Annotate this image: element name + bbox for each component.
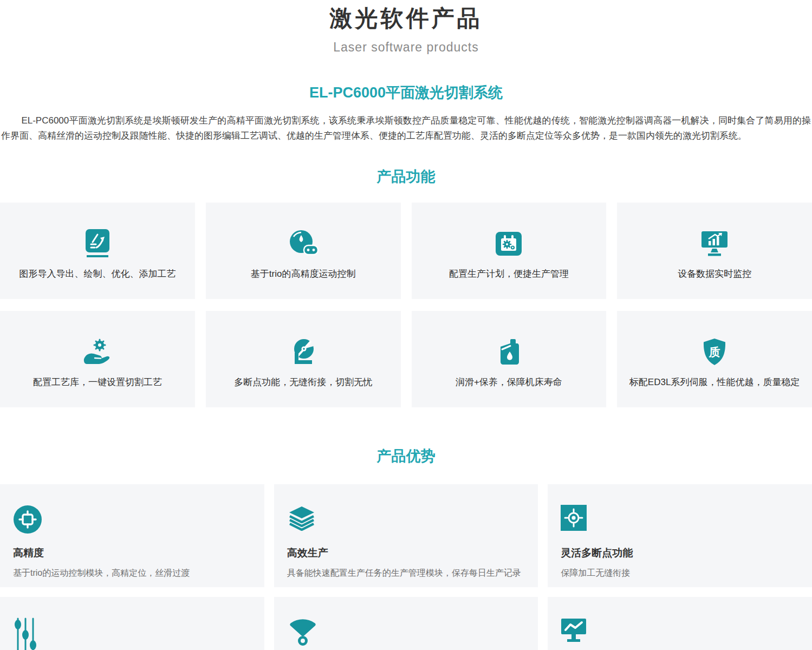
- feature-card-lubrication: 润滑+保养，保障机床寿命: [412, 311, 607, 407]
- advantage-card-production: 高效生产 具备能快速配置生产任务的生产管理模块，保存每日生产记录: [274, 484, 538, 587]
- advantage-card-breakpoint: 灵活多断点功能 保障加工无缝衔接: [548, 484, 812, 587]
- gauge-gamepad-icon: [288, 227, 319, 260]
- advantage-card-precision: 高精度 基于trio的运动控制模块，高精定位，丝滑过渡: [0, 484, 264, 587]
- advantage-title: 高效生产: [287, 546, 525, 560]
- feature-card-process-library: 配置工艺库，一键设置切割工艺: [0, 311, 195, 407]
- advantage-card-partial-3: [548, 597, 812, 650]
- layers-icon: [287, 505, 525, 536]
- page-title: 激光软件产品: [0, 3, 812, 34]
- monitor-bars-icon: [700, 227, 729, 260]
- feature-card-graphics: 图形导入导出、绘制、优化、添加工艺: [0, 203, 195, 299]
- features-heading: 产品功能: [0, 167, 812, 186]
- advantage-card-partial-2: [274, 597, 538, 650]
- feature-label: 配置生产计划，便捷生产管理: [449, 268, 569, 280]
- target-icon: [561, 505, 799, 536]
- quality-shield-icon: 质: [701, 336, 727, 368]
- draw-edit-icon: [85, 227, 111, 260]
- breakpoint-blade-icon: [289, 336, 317, 368]
- feature-card-motion-control: 基于trio的高精度运动控制: [206, 203, 401, 299]
- advantage-description: 保障加工无缝衔接: [561, 568, 799, 579]
- sliders-icon: [13, 618, 251, 649]
- monitor-line-icon: [561, 618, 799, 649]
- advantage-title: 灵活多断点功能: [561, 546, 799, 560]
- feature-label: 配置工艺库，一键设置切割工艺: [33, 376, 162, 388]
- feature-card-servo-quality: 质 标配ED3L系列伺服，性能优越，质量稳定: [617, 311, 812, 407]
- advantage-card-partial-1: [0, 597, 264, 650]
- feature-label: 标配ED3L系列伺服，性能优越，质量稳定: [629, 376, 800, 388]
- advantages-heading: 产品优势: [0, 446, 812, 466]
- advantages-grid: 高精度 基于trio的运动控制模块，高精定位，丝滑过渡 高效生产 具备能快速配置…: [0, 484, 812, 650]
- advantage-title: 高精度: [13, 546, 251, 560]
- calendar-gear-icon: [496, 227, 522, 260]
- feature-label: 基于trio的高精度运动控制: [251, 268, 356, 280]
- feature-card-breakpoint: 多断点功能，无缝衔接，切割无忧: [206, 311, 401, 407]
- laser-software-page: 激光软件产品 Laser software products EL-PC6000…: [0, 0, 812, 650]
- feature-card-production-plan: 配置生产计划，便捷生产管理: [412, 203, 607, 299]
- product-name: EL-PC6000平面激光切割系统: [0, 83, 812, 102]
- feature-label: 润滑+保养，保障机床寿命: [456, 376, 562, 388]
- shield-glyph: 质: [709, 346, 720, 358]
- product-description: EL-PC6000平面激光切割系统是埃斯顿研发生产的高精平面激光切割系统，该系统…: [0, 113, 812, 143]
- fan-sensor-icon: [287, 618, 525, 649]
- advantage-description: 基于trio的运动控制模块，高精定位，丝滑过渡: [13, 568, 251, 579]
- feature-label: 图形导入导出、绘制、优化、添加工艺: [19, 268, 176, 280]
- feature-card-data-monitor: 设备数据实时监控: [617, 203, 812, 299]
- feature-label: 设备数据实时监控: [678, 268, 751, 280]
- hand-gear-icon: [83, 336, 112, 368]
- page-subtitle: Laser software products: [0, 40, 812, 55]
- advantage-description: 具备能快速配置生产任务的生产管理模块，保存每日生产记录: [287, 568, 525, 579]
- features-grid: 图形导入导出、绘制、优化、添加工艺 基于trio的高精度运动控制: [0, 203, 812, 407]
- oil-can-icon: [496, 336, 521, 368]
- precision-frame-icon: [13, 505, 251, 536]
- feature-label: 多断点功能，无缝衔接，切割无忧: [234, 376, 372, 388]
